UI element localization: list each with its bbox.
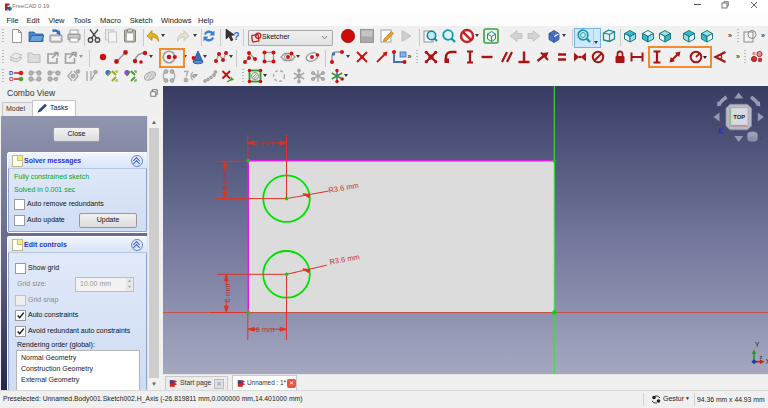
svg-text:6 mm: 6 mm xyxy=(223,284,232,303)
svg-text:z: z xyxy=(760,354,763,360)
svg-text:TOP: TOP xyxy=(733,114,745,120)
svg-text:6 mm: 6 mm xyxy=(254,139,273,148)
svg-text:O: O xyxy=(9,76,14,82)
svg-text:6 mm: 6 mm xyxy=(221,171,230,190)
svg-text:?: ? xyxy=(233,30,239,42)
svg-text:6 mm: 6 mm xyxy=(256,325,275,334)
svg-text:Y: Y xyxy=(755,341,760,348)
